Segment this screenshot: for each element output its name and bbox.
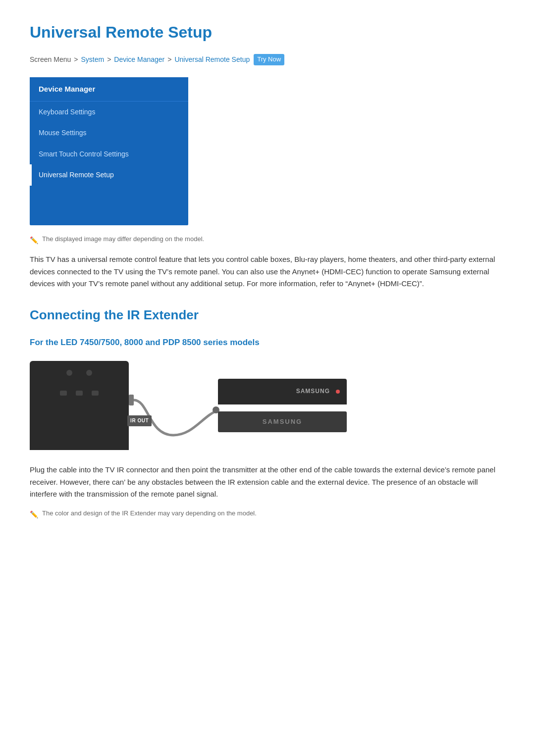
breadcrumb-sep-1: > bbox=[74, 54, 78, 65]
note-1: ✏️ The displayed image may differ depend… bbox=[30, 234, 505, 246]
breadcrumb-universal-remote[interactable]: Universal Remote Setup bbox=[174, 54, 250, 65]
menu-item-smart-touch[interactable]: Smart Touch Control Settings bbox=[30, 144, 188, 164]
ir-cable-svg bbox=[129, 366, 218, 445]
tv-ports-row bbox=[60, 391, 99, 396]
device-top: SAMSUNG bbox=[218, 379, 347, 404]
device-brand-bottom: SAMSUNG bbox=[263, 417, 302, 427]
ir-out-container: IR OUT bbox=[127, 415, 152, 426]
section-heading-ir: Connecting the IR Extender bbox=[30, 305, 505, 326]
breadcrumb-device-manager[interactable]: Device Manager bbox=[114, 54, 164, 65]
breadcrumb-screen-menu: Screen Menu bbox=[30, 54, 71, 65]
tv-vents-top bbox=[66, 370, 92, 376]
try-now-badge[interactable]: Try Now bbox=[254, 54, 284, 65]
note-1-text: The displayed image may differ depending… bbox=[42, 234, 204, 245]
breadcrumb-sep-3: > bbox=[167, 54, 171, 65]
tv-port-1 bbox=[60, 391, 67, 396]
device-manager-menu: Device Manager Keyboard Settings Mouse S… bbox=[30, 77, 188, 225]
breadcrumb-system[interactable]: System bbox=[81, 54, 104, 65]
menu-item-universal-remote[interactable]: Universal Remote Setup bbox=[30, 164, 188, 185]
tv-vent-2 bbox=[86, 370, 92, 376]
note-2: ✏️ The color and design of the IR Extend… bbox=[30, 508, 505, 520]
tv-port-3 bbox=[92, 391, 99, 396]
external-devices: SAMSUNG SAMSUNG bbox=[218, 379, 347, 432]
device-brand-top: SAMSUNG bbox=[296, 387, 330, 396]
sub-heading-models: For the LED 7450/7500, 8000 and PDP 8500… bbox=[30, 336, 505, 349]
note-2-text: The color and design of the IR Extender … bbox=[42, 508, 257, 519]
menu-item-mouse[interactable]: Mouse Settings bbox=[30, 122, 188, 143]
ir-out-label: IR OUT bbox=[127, 415, 152, 426]
device-bottom: SAMSUNG bbox=[218, 411, 347, 432]
breadcrumb-sep-2: > bbox=[107, 54, 111, 65]
body-text-lower: Plug the cable into the TV IR connector … bbox=[30, 464, 505, 501]
menu-header: Device Manager bbox=[30, 77, 188, 101]
pencil-icon-2: ✏️ bbox=[30, 509, 38, 520]
menu-item-keyboard[interactable]: Keyboard Settings bbox=[30, 101, 188, 122]
breadcrumb: Screen Menu > System > Device Manager > … bbox=[30, 54, 505, 65]
page-title: Universal Remote Setup bbox=[30, 20, 505, 45]
ir-diagram: IR OUT SAMSUNG SAMSUNG bbox=[30, 361, 505, 450]
tv-back-panel: IR OUT bbox=[30, 361, 129, 450]
svg-rect-0 bbox=[129, 395, 134, 405]
body-text-main: This TV has a universal remote control f… bbox=[30, 253, 505, 290]
device-led bbox=[336, 390, 340, 394]
tv-vent-1 bbox=[66, 370, 72, 376]
pencil-icon: ✏️ bbox=[30, 235, 38, 246]
tv-port-2 bbox=[76, 391, 83, 396]
